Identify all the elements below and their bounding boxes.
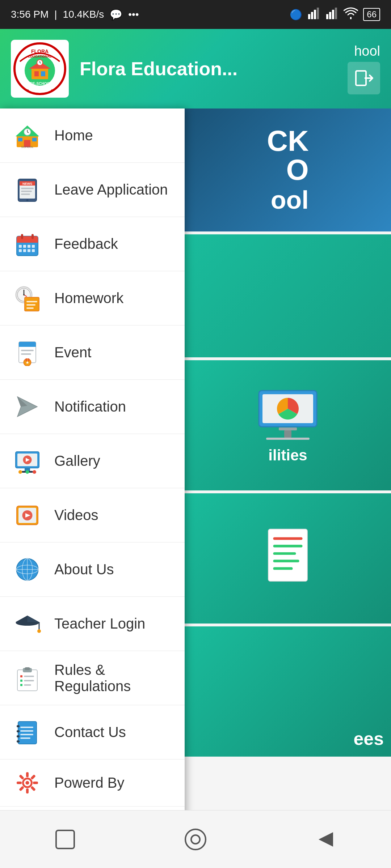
data-speed: 10.4KB/s xyxy=(63,9,104,20)
svg-rect-74 xyxy=(26,307,34,309)
home-label: Home xyxy=(54,127,93,144)
sidebar-item-about-us[interactable]: About Us xyxy=(0,542,185,597)
svg-rect-114 xyxy=(20,680,22,682)
logout-button[interactable] xyxy=(348,62,380,94)
leave-application-label: Leave Application xyxy=(54,182,168,198)
svg-rect-10 xyxy=(31,68,48,79)
bluetooth-icon: 🔵 xyxy=(290,9,302,21)
about-us-label: About Us xyxy=(54,561,114,578)
app-header: FLORA EDUCATIONAL PRE-SCHOOL ✦ ✦ Flora E… xyxy=(0,29,391,109)
sidebar-item-teacher-login[interactable]: Teacher Login xyxy=(0,597,185,651)
svg-rect-3 xyxy=(317,8,319,19)
nav-back-button[interactable] xyxy=(308,821,344,858)
sidebar-menu: SCHOOL Home NEWS Leave Application xyxy=(0,109,185,868)
svg-rect-83 xyxy=(28,358,29,361)
sidebar-item-rules-regulations[interactable]: Rules & Regulations xyxy=(0,651,185,705)
svg-rect-135 xyxy=(19,774,24,780)
teacher-login-icon xyxy=(11,608,43,640)
homework-icon xyxy=(11,282,43,315)
powered-by-icon xyxy=(11,767,43,799)
svg-rect-30 xyxy=(268,529,307,581)
app-name: Flora Education... xyxy=(80,58,237,79)
svg-rect-121 xyxy=(17,735,20,737)
svg-rect-82 xyxy=(26,358,27,361)
svg-rect-113 xyxy=(24,676,34,677)
app-logo: FLORA EDUCATIONAL PRE-SCHOOL ✦ ✦ xyxy=(11,40,69,98)
battery-level: 66 xyxy=(363,8,380,21)
sidebar-item-contact-us[interactable]: Contact Us xyxy=(0,705,185,760)
sidebar-item-homework[interactable]: Homework xyxy=(0,271,185,326)
svg-marker-106 xyxy=(27,616,39,622)
svg-rect-22 xyxy=(356,71,366,85)
svg-point-138 xyxy=(185,829,206,850)
svg-rect-118 xyxy=(18,722,37,744)
svg-rect-73 xyxy=(26,304,35,306)
feedback-label: Feedback xyxy=(54,236,118,252)
svg-rect-55 xyxy=(17,240,38,243)
sidebar-item-videos[interactable]: Videos xyxy=(0,488,185,542)
svg-point-92 xyxy=(18,470,22,474)
sidebar-item-gallery[interactable]: Gallery xyxy=(0,434,185,488)
svg-rect-60 xyxy=(28,245,30,248)
svg-rect-59 xyxy=(23,245,26,248)
rules-regulations-label: Rules & Regulations xyxy=(54,662,174,694)
sidebar-item-notification[interactable]: Notification xyxy=(0,380,185,434)
svg-rect-4 xyxy=(326,14,328,19)
svg-text:FLORA: FLORA xyxy=(31,48,49,54)
gallery-label: Gallery xyxy=(54,453,100,469)
school-partial-text: hool xyxy=(354,43,380,59)
sidebar-item-feedback[interactable]: Feedback xyxy=(0,217,185,271)
nav-home-button[interactable] xyxy=(177,821,214,858)
svg-text:PRE-SCHOOL: PRE-SCHOOL xyxy=(28,82,52,86)
svg-point-52 xyxy=(26,199,28,201)
powered-by-label: Powerd By xyxy=(54,775,124,791)
header-right-area: hool xyxy=(348,43,380,94)
header-title-area: Flora Education... xyxy=(80,58,337,80)
svg-rect-63 xyxy=(23,249,26,252)
bottom-navigation xyxy=(0,810,391,868)
svg-rect-56 xyxy=(21,234,23,239)
svg-rect-1 xyxy=(311,12,313,19)
svg-rect-5 xyxy=(329,12,331,19)
bg-card-4 xyxy=(185,493,391,624)
event-label: Event xyxy=(54,344,91,361)
svg-rect-33 xyxy=(273,552,296,555)
sidebar-item-home[interactable]: SCHOOL Home xyxy=(0,109,185,163)
svg-rect-6 xyxy=(332,10,334,19)
nav-square-button[interactable] xyxy=(47,821,83,858)
svg-text:✦: ✦ xyxy=(26,88,29,92)
svg-rect-79 xyxy=(21,353,31,355)
sidebar-item-event[interactable]: ★ Event xyxy=(0,326,185,380)
sidebar-item-leave-application[interactable]: NEWS Leave Application xyxy=(0,163,185,217)
time-display: 3:56 PM xyxy=(11,9,49,20)
home-icon: SCHOOL xyxy=(11,119,43,152)
svg-rect-136 xyxy=(30,786,35,791)
rules-regulations-icon xyxy=(11,662,43,694)
sidebar-item-powered-by[interactable]: Powerd By xyxy=(0,760,185,807)
svg-rect-27 xyxy=(279,427,297,430)
bg-card-facilities: ilities xyxy=(185,360,391,490)
svg-rect-65 xyxy=(32,249,35,252)
svg-rect-125 xyxy=(20,734,33,735)
svg-rect-115 xyxy=(24,680,34,681)
svg-rect-131 xyxy=(17,782,22,784)
svg-rect-132 xyxy=(33,782,38,784)
svg-rect-50 xyxy=(21,191,32,192)
signal-icon-1 xyxy=(307,7,320,22)
svg-rect-12 xyxy=(41,71,45,76)
svg-rect-57 xyxy=(31,234,34,239)
svg-rect-7 xyxy=(335,8,337,19)
svg-rect-116 xyxy=(20,684,22,686)
svg-rect-49 xyxy=(21,188,34,189)
svg-point-70 xyxy=(23,294,25,295)
status-bar: 3:56 PM | 10.4KB/s 💬 ••• 🔵 xyxy=(0,0,391,29)
svg-rect-117 xyxy=(24,684,31,686)
svg-rect-137 xyxy=(56,830,74,848)
videos-label: Videos xyxy=(54,507,98,523)
svg-rect-124 xyxy=(20,730,33,732)
svg-point-108 xyxy=(37,629,41,633)
homework-label: Homework xyxy=(54,290,123,306)
whatsapp-icon: 💬 xyxy=(110,9,122,21)
svg-rect-62 xyxy=(19,249,22,252)
svg-rect-111 xyxy=(25,667,30,670)
